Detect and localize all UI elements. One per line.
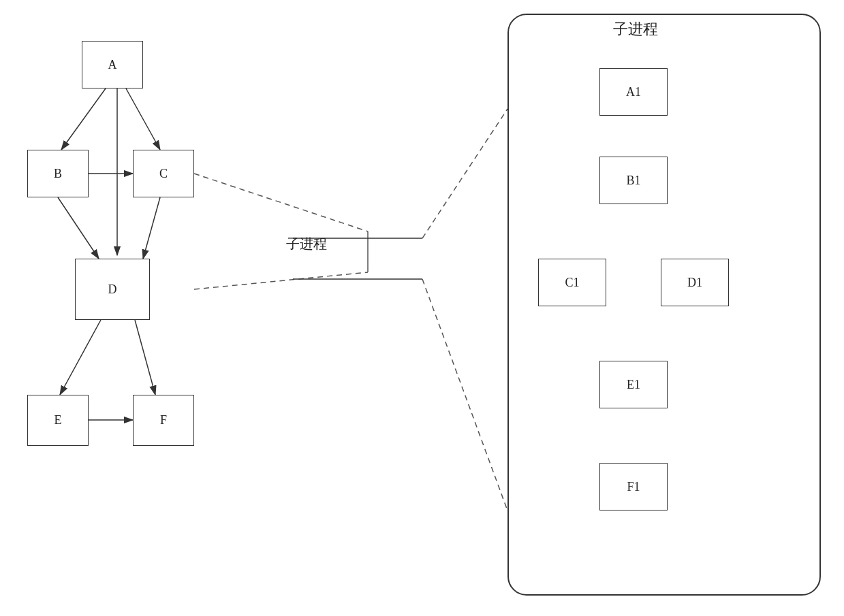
node-D: D <box>75 259 150 320</box>
svg-line-3 <box>126 88 160 150</box>
node-A-label: A <box>108 58 117 72</box>
svg-line-8 <box>58 197 99 259</box>
svg-line-2 <box>61 88 106 150</box>
node-E1-label: E1 <box>627 378 640 392</box>
subprocess-label-middle: 子进程 <box>286 235 327 253</box>
node-F: F <box>133 395 194 446</box>
node-A1: A1 <box>599 68 668 116</box>
node-B1: B1 <box>599 157 668 204</box>
svg-line-9 <box>143 197 160 259</box>
svg-line-10 <box>60 320 101 395</box>
node-D1-label: D1 <box>687 276 702 290</box>
node-C: C <box>133 150 194 197</box>
node-C1-label: C1 <box>565 276 579 290</box>
svg-line-15 <box>194 272 368 289</box>
subprocess-title: 子进程 <box>613 19 658 39</box>
node-B: B <box>27 150 89 197</box>
node-D1: D1 <box>661 259 729 306</box>
node-E-label: E <box>54 413 62 427</box>
node-C-label: C <box>159 167 168 181</box>
svg-line-18 <box>422 109 507 238</box>
node-F-label: F <box>160 413 167 427</box>
node-E1: E1 <box>599 361 668 408</box>
node-D-label: D <box>108 282 117 297</box>
node-C1: C1 <box>538 259 606 306</box>
node-F1: F1 <box>599 463 668 510</box>
node-F1-label: F1 <box>627 480 640 494</box>
node-B1-label: B1 <box>626 174 640 188</box>
node-A1-label: A1 <box>626 85 641 99</box>
svg-line-19 <box>422 279 507 510</box>
svg-line-11 <box>135 320 155 395</box>
svg-line-13 <box>194 174 368 231</box>
node-B-label: B <box>54 167 62 181</box>
node-A: A <box>82 41 143 88</box>
node-E: E <box>27 395 89 446</box>
